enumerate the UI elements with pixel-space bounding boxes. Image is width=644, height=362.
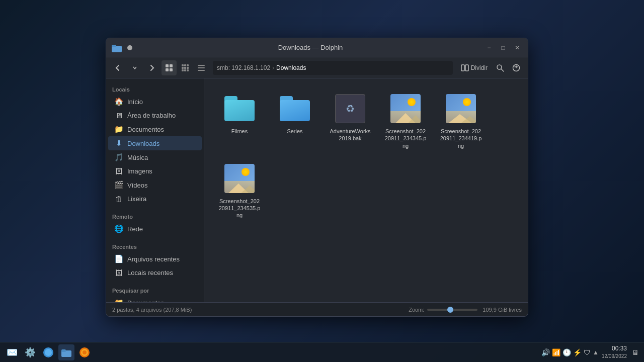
toolbar-end: Dividir <box>457 60 524 75</box>
svg-rect-15 <box>198 65 205 66</box>
sidebar-section-recentes: Recentes <box>106 240 204 252</box>
close-button[interactable]: ✕ <box>512 42 523 53</box>
sidebar-item-imagens[interactable]: 🖼 Imagens <box>108 164 202 178</box>
power-tray-icon[interactable]: ⚡ <box>573 348 582 356</box>
trash-icon: 🗑 <box>114 195 123 203</box>
sidebar-item-inicio[interactable]: 🏠 Início <box>108 95 202 109</box>
taskbar: ✉️ ⚙️ 🔊 📶 🕛 ⚡ 🛡 <box>0 342 644 362</box>
svg-rect-11 <box>187 67 189 69</box>
minimize-button[interactable]: − <box>484 42 495 53</box>
sidebar-label-imagens: Imagens <box>127 167 152 175</box>
breadcrumb-current: Downloads <box>276 64 306 71</box>
sidebar-item-area-trabalho[interactable]: 🖥 Área de trabalho <box>108 109 202 122</box>
show-desktop-icon[interactable]: 🖥 <box>632 348 639 356</box>
recycle-icon: ♻ <box>346 103 355 115</box>
file-item-filmes[interactable]: Filmes <box>214 88 265 153</box>
forward-button[interactable] <box>144 60 159 75</box>
svg-rect-16 <box>198 67 205 68</box>
svg-rect-17 <box>198 70 205 71</box>
filmes-icon <box>223 93 256 125</box>
shield-tray-icon[interactable]: 🛡 <box>584 348 591 356</box>
icon-view-button[interactable] <box>162 60 177 75</box>
zoom-slider[interactable] <box>427 309 477 311</box>
clock-tray-icon[interactable]: 🕛 <box>562 348 571 356</box>
file-item-series[interactable]: Series <box>270 88 320 153</box>
series-icon <box>279 93 311 125</box>
expand-tray-icon[interactable]: ▲ <box>593 349 599 356</box>
recent-locations-icon: 🖼 <box>114 268 123 277</box>
file-item-screenshot-3[interactable]: Screenshot_20220911_234535.png <box>214 158 265 223</box>
music-icon: 🎵 <box>114 153 123 162</box>
search-button[interactable] <box>493 60 508 75</box>
svg-rect-18 <box>461 65 464 71</box>
clock-time: 00:33 <box>602 345 627 353</box>
dividir-label: Dividir <box>471 64 488 71</box>
breadcrumb-separator: › <box>272 64 274 71</box>
file-item-screenshot-1[interactable]: Screenshot_20220911_234345.png <box>380 88 431 153</box>
screenshot-1-label: Screenshot_20220911_234345.png <box>384 128 427 149</box>
svg-rect-5 <box>170 68 173 71</box>
compact-view-button[interactable] <box>178 60 193 75</box>
videos-icon: 🎬 <box>114 180 123 190</box>
home-icon: 🏠 <box>114 97 123 106</box>
dolphin-window: Downloads — Dolphin − □ ✕ <box>106 38 528 317</box>
more-button[interactable] <box>509 60 524 75</box>
images-icon: 🖼 <box>114 167 123 175</box>
svg-rect-9 <box>182 67 184 69</box>
breadcrumb[interactable]: smb: 192.168.1.102 › Downloads <box>213 61 453 75</box>
loading-dot <box>127 45 132 50</box>
svg-rect-19 <box>465 65 468 71</box>
taskbar-right: 🔊 📶 🕛 ⚡ 🛡 ▲ 00:33 12/09/2022 🖥 <box>536 345 644 359</box>
svg-rect-4 <box>166 68 169 71</box>
taskbar-mail[interactable]: ✉️ <box>4 344 20 360</box>
sidebar-item-rede[interactable]: 🌐 Rede <box>108 222 202 236</box>
screenshot-2-label: Screenshot_20220911_234419.png <box>440 128 482 149</box>
taskbar-discover[interactable] <box>40 344 56 360</box>
sidebar: Locais 🏠 Início 🖥 Área de trabalho 📁 Doc… <box>106 78 204 302</box>
screenshot-2-icon <box>445 93 477 125</box>
sidebar-label-locais-recentes: Locais recentes <box>127 269 173 277</box>
clock-date: 12/09/2022 <box>602 353 627 359</box>
sidebar-item-lixeira[interactable]: 🗑 Lixeira <box>108 192 202 206</box>
taskbar-files[interactable] <box>58 344 74 360</box>
svg-rect-12 <box>182 69 184 71</box>
sidebar-label-documentos: Documentos <box>127 126 164 133</box>
sidebar-item-documentos-search[interactable]: 📁 Documentos <box>108 296 202 302</box>
sidebar-label-lixeira: Lixeira <box>127 195 146 203</box>
svg-rect-2 <box>166 64 169 67</box>
view-buttons <box>162 60 209 75</box>
sidebar-item-locais-recentes[interactable]: 🖼 Locais recentes <box>108 266 202 280</box>
sidebar-label-area-trabalho: Área de trabalho <box>127 112 176 119</box>
svg-rect-3 <box>170 64 173 67</box>
sidebar-item-arquivos-recentes[interactable]: 📄 Arquivos recentes <box>108 252 202 266</box>
svg-rect-7 <box>184 64 186 66</box>
taskbar-firefox[interactable] <box>76 344 93 360</box>
sidebar-item-downloads[interactable]: ⬇ Downloads <box>108 136 202 150</box>
recent-files-icon: 📄 <box>114 254 123 263</box>
taskbar-clock[interactable]: 00:33 12/09/2022 <box>602 345 627 359</box>
adventure-works-icon: ♻ <box>334 93 366 125</box>
svg-rect-10 <box>184 67 186 69</box>
file-item-screenshot-2[interactable]: Screenshot_20220911_234419.png <box>436 88 486 153</box>
back-button[interactable] <box>110 60 125 75</box>
file-item-adventure-works[interactable]: ♻ AdventureWorks2019.bak <box>325 88 375 153</box>
window-title: Downloads — Dolphin <box>137 44 484 51</box>
svg-rect-8 <box>187 64 189 66</box>
audio-tray-icon[interactable]: 🔊 <box>541 348 550 356</box>
sidebar-item-musica[interactable]: 🎵 Música <box>108 150 202 164</box>
maximize-button[interactable]: □ <box>498 42 509 53</box>
sidebar-section-remoto: Remoto <box>106 210 204 222</box>
breadcrumb-host: smb: 192.168.1.102 <box>217 64 270 71</box>
list-view-button[interactable] <box>194 60 209 75</box>
network-tray-icon[interactable]: 📶 <box>552 348 560 356</box>
sidebar-item-videos[interactable]: 🎬 Vídeos <box>108 178 202 192</box>
sidebar-item-documentos[interactable]: 📁 Documentos <box>108 122 202 136</box>
svg-point-32 <box>45 349 52 356</box>
back-dropdown[interactable] <box>127 60 142 75</box>
filmes-label: Filmes <box>231 128 248 135</box>
taskbar-settings[interactable]: ⚙️ <box>22 344 38 360</box>
titlebar: Downloads — Dolphin − □ ✕ <box>106 38 528 57</box>
statusbar: 2 pastas, 4 arquivos (207,8 MiB) Zoom: 1… <box>106 302 528 316</box>
documents-icon: 📁 <box>114 125 123 134</box>
dividir-button[interactable]: Dividir <box>457 62 492 74</box>
